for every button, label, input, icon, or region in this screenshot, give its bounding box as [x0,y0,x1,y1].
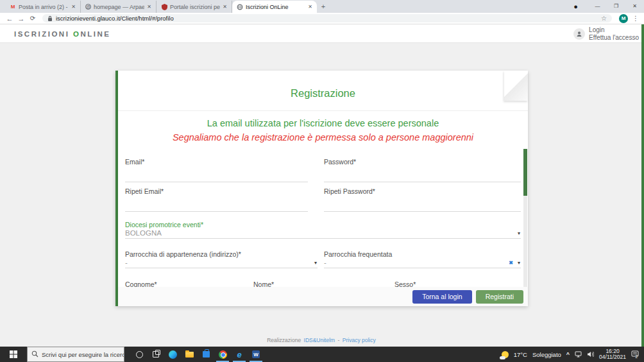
new-tab-button[interactable]: + [317,1,330,13]
divider [118,110,528,111]
form-scrollbar-track[interactable] [523,149,527,287]
close-icon[interactable]: ✕ [71,4,76,10]
email-field-group: Email* [125,158,308,182]
word-icon: W [252,350,260,358]
folder-icon [185,352,194,358]
diocese-select[interactable]: BOLOGNA ▾ [125,228,521,239]
store-button[interactable] [198,347,214,362]
chrome-button[interactable] [214,347,231,362]
email-label: Email* [125,158,308,166]
edge-button[interactable] [164,347,181,362]
windows-logo-icon [10,350,17,358]
weather-condition[interactable]: Soleggiato [532,351,561,358]
page-title: Registrazione [118,87,528,99]
lock-icon [47,13,53,24]
close-icon[interactable]: ✕ [147,4,151,10]
weather-temperature[interactable]: 17°C [514,351,527,358]
browser-tab-strip: M Posta in arrivo (2) - meboschi@a ✕ @ h… [0,0,644,13]
clear-selection-icon[interactable]: ✖ [509,260,513,266]
password-field-group: Password* [324,158,521,182]
footer-text: Realizzazione [267,337,301,343]
forward-button[interactable]: → [15,15,27,22]
sex-label: Sesso* [394,280,416,287]
close-icon[interactable]: ✕ [223,4,227,10]
search-placeholder: Scrivi qui per eseguire la ricerca [42,351,124,358]
action-center-button[interactable]: 2 [631,349,639,360]
page-scrollbar[interactable] [641,24,644,347]
parish-home-field-group: Parrocchia di appartenenza (indirizzo)* … [125,250,318,268]
tab-iscrizioni-online[interactable]: Iscrizioni OnLine ✕ [232,1,317,13]
password-input[interactable] [324,166,521,182]
notice-adults-only: Segnaliamo che la registrazione è permes… [118,132,528,142]
password-label: Password* [324,158,521,166]
form-scrollbar-thumb[interactable] [523,149,527,196]
task-view-icon [153,351,159,358]
search-icon [31,350,38,359]
diocese-label: Diocesi promotrice eventi* [125,221,521,228]
cortana-icon [136,351,143,358]
diocese-field-group: Diocesi promotrice eventi* BOLOGNA ▾ [125,221,521,239]
hidden-icons-chevron[interactable]: ^ [566,351,570,358]
company-link[interactable]: IDS&Unitelm [304,337,335,343]
chevron-down-icon[interactable]: ▾ [314,260,317,266]
user-avatar-icon [573,28,585,40]
start-button[interactable] [0,347,27,362]
file-explorer-button[interactable] [181,347,198,362]
brand-accent: O [73,30,80,38]
parish-home-select[interactable]: - ▾ [125,258,318,268]
site-footer: Realizzazione IDS&Unitelm - Privacy poli… [0,337,644,343]
cortana-button[interactable] [131,347,148,362]
weather-sun-icon[interactable] [502,351,509,358]
login-label: Login [589,26,639,34]
volume-icon[interactable] [587,349,594,360]
privacy-policy-link[interactable]: Privacy policy [343,337,376,343]
record-indicator-icon[interactable]: ● [573,3,578,10]
chrome-icon [219,350,227,359]
repeat-password-input[interactable] [324,195,521,212]
tab-portale[interactable]: Portale iscrizioni persone – Chie ✕ [157,1,232,13]
network-icon[interactable] [575,349,582,360]
bookmark-star-icon[interactable]: ☆ [601,15,607,22]
chevron-down-icon[interactable]: ▾ [518,230,520,236]
first-name-label: Nome* [253,280,274,287]
tab-title: Portale iscrizioni persone – Chie [170,4,220,10]
register-button[interactable]: Registrati [476,290,523,304]
repeat-email-field-group: Ripeti Email* [125,187,308,212]
tab-title: Iscrizioni OnLine [246,4,305,10]
word-button[interactable]: W [248,347,264,362]
globe-icon [237,4,243,10]
parish-attended-select[interactable]: - ✖ ▾ [324,258,521,268]
browser-menu-icon[interactable]: ⋮ [631,15,640,22]
email-input[interactable] [125,166,308,182]
system-tray: 17°C Soleggiato ^ 16:20 04/11/2021 2 [502,349,644,361]
tab-arpae[interactable]: @ homepage — Arpae Emilia-Rom ✕ [81,1,157,13]
repeat-email-input[interactable] [125,195,308,212]
store-icon [203,351,210,358]
gmail-icon: M [10,4,16,10]
reload-button[interactable]: ⟳ [27,15,38,22]
site-header: ISCRIZIONI ONLINE Login Effettua l'acces… [0,24,644,43]
taskbar-search-input[interactable]: Scrivi qui per eseguire la ricerca [27,347,124,362]
tab-gmail[interactable]: M Posta in arrivo (2) - meboschi@a ✕ [5,1,81,13]
chevron-down-icon[interactable]: ▾ [518,260,520,266]
site-logo[interactable]: ISCRIZIONI ONLINE [14,30,110,38]
window-minimize-button[interactable]: — [588,0,607,13]
browser-profile-avatar[interactable]: M [619,14,628,23]
window-restore-button[interactable]: ❐ [607,0,625,13]
repeat-password-field-group: Ripeti Password* [324,187,521,212]
back-to-login-button[interactable]: Torna al login [412,290,471,304]
window-close-button[interactable]: ✕ [625,0,644,13]
login-button[interactable]: Login Effettua l'accesso [573,26,639,41]
repeat-email-label: Ripeti Email* [125,187,308,195]
parish-home-label: Parrocchia di appartenenza (indirizzo)* [125,250,318,258]
back-button[interactable]: ← [4,15,15,22]
clock[interactable]: 16:20 04/11/2021 [599,349,626,361]
brand-text: NLINE [80,30,110,38]
parish-attended-value: - [324,259,326,266]
close-icon[interactable]: ✕ [308,4,312,10]
address-bar[interactable]: iscrizionieventi.glauco.it/Client/html/#… [42,14,612,22]
url-text: iscrizionieventi.glauco.it/Client/html/#… [56,15,598,22]
internet-explorer-button[interactable]: e [231,347,248,362]
brand-text: ISCRIZIONI [14,30,73,38]
task-view-button[interactable] [148,347,164,362]
